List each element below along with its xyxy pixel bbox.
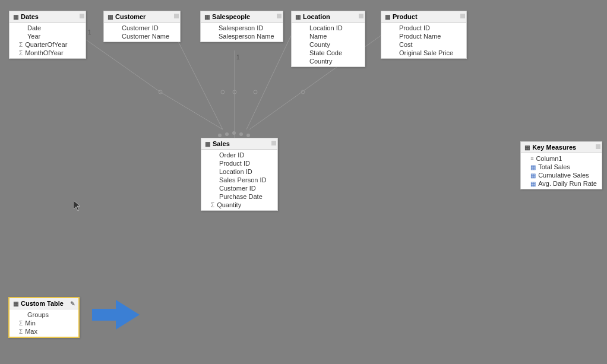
resize-handle[interactable] [80,14,84,18]
table-icon: ▦ [385,14,390,20]
table-row: State Code [292,49,365,57]
custom-table-body: Groups ΣMin ΣMax [10,309,78,337]
resize-handle[interactable] [359,14,363,18]
svg-line-1 [160,92,223,129]
table-row: ▦ Avg. Daily Run Rate [521,179,602,188]
resize-handle[interactable] [596,144,600,149]
dates-table: ▦ Dates Date Year ΣQuarterOfYear ΣMonthO… [9,11,86,59]
table-row: Salesperson ID [201,24,283,32]
table-icon: ▦ [13,300,18,307]
svg-text:1: 1 [88,29,91,36]
svg-point-14 [233,90,236,94]
svg-point-15 [301,90,305,94]
table-row: ΣQuantity [201,201,277,209]
table-row: Sales Person ID [201,176,277,184]
table-row: Customer ID [104,24,180,32]
table-icon: ▦ [524,144,530,151]
key-measures-header: ▦ Key Measures [521,142,602,153]
table-row: Product Name [381,32,466,40]
svg-point-12 [221,90,225,94]
table-row: ▦ Cumulative Sales [521,171,602,179]
resize-handle[interactable] [174,14,179,18]
svg-point-20 [246,134,250,137]
svg-line-2 [175,36,223,129]
svg-point-11 [159,90,162,94]
blue-arrow [92,300,140,330]
custom-table-edit-icon[interactable]: ✎ [70,300,75,307]
svg-line-0 [80,36,160,92]
product-table-header: ▦ Product [381,11,466,23]
location-table: ▦ Location Location ID Name County State… [291,11,365,67]
table-row: Groups [10,311,78,319]
table-row: Date [10,24,86,32]
table-row: Purchase Date [201,192,277,201]
table-row: ▦ Total Sales [521,163,602,171]
key-measures-panel: ▦ Key Measures ≡ Column1 ▦ Total Sales ▦… [520,141,602,189]
product-table-body: Product ID Product Name Cost Original Sa… [381,23,466,58]
svg-point-13 [254,90,257,94]
dates-table-header: ▦ Dates [10,11,86,23]
table-icon: ▦ [295,14,301,20]
customer-table-header: ▦ Customer [104,11,180,23]
table-row: Country [292,57,365,65]
table-row: Year [10,32,86,40]
table-row: Customer Name [104,32,180,40]
svg-marker-22 [74,201,80,211]
table-row: ΣQuarterOfYear [10,40,86,49]
sales-table-header: ▦ Sales [201,138,277,150]
svg-text:1: 1 [236,54,240,61]
table-icon: ▦ [205,141,210,147]
resize-handle[interactable] [460,14,465,18]
svg-marker-21 [92,300,140,330]
mouse-cursor [74,201,81,211]
salespeople-table-body: Salesperson ID Salesperson Name [201,23,283,42]
customer-table: ▦ Customer Customer ID Customer Name [103,11,181,42]
key-measures-body: ≡ Column1 ▦ Total Sales ▦ Cumulative Sal… [521,153,602,189]
table-row: Original Sale Price [381,49,466,57]
table-row: Name [292,32,365,40]
custom-table-header: ▦ Custom Table ✎ [10,298,78,309]
table-row: ΣMonthOfYear [10,49,86,57]
resize-handle[interactable] [271,141,276,145]
table-row: ΣMax [10,327,78,335]
measure-icon: ▦ [530,181,536,187]
svg-point-16 [218,134,222,137]
table-row: Order ID [201,151,277,159]
resize-handle[interactable] [277,14,282,18]
sales-table: ▦ Sales Order ID Product ID Location ID … [201,138,278,211]
table-row: County [292,40,365,49]
table-row: Product ID [381,24,466,32]
salespeople-table: ▦ Salespeople Salesperson ID Salesperson… [200,11,283,42]
location-table-header: ▦ Location [292,11,365,23]
svg-line-4 [246,36,291,129]
location-table-body: Location ID Name County State Code Count… [292,23,365,67]
dates-table-body: Date Year ΣQuarterOfYear ΣMonthOfYear [10,23,86,58]
svg-point-17 [225,132,229,136]
svg-point-18 [232,131,236,135]
table-row: Salesperson Name [201,32,283,40]
measure-icon: ▦ [530,164,536,170]
sales-table-body: Order ID Product ID Location ID Sales Pe… [201,150,277,210]
customer-table-body: Customer ID Customer Name [104,23,180,42]
salespeople-table-header: ▦ Salespeople [201,11,283,23]
table-row: Customer ID [201,184,277,192]
svg-point-19 [239,132,243,136]
table-row: ≡ Column1 [521,154,602,163]
measure-icon: ▦ [530,172,536,179]
table-row: Location ID [292,24,365,32]
custom-table: ▦ Custom Table ✎ Groups ΣMin ΣMax [8,297,80,338]
table-row: Cost [381,40,466,49]
column-icon: ≡ [530,156,533,162]
table-icon: ▦ [204,14,210,20]
table-icon: ▦ [13,14,18,20]
table-row: Location ID [201,167,277,176]
table-row: Product ID [201,159,277,167]
table-row: ΣMin [10,319,78,327]
product-table: ▦ Product Product ID Product Name Cost O… [381,11,467,59]
table-icon: ▦ [108,14,113,20]
